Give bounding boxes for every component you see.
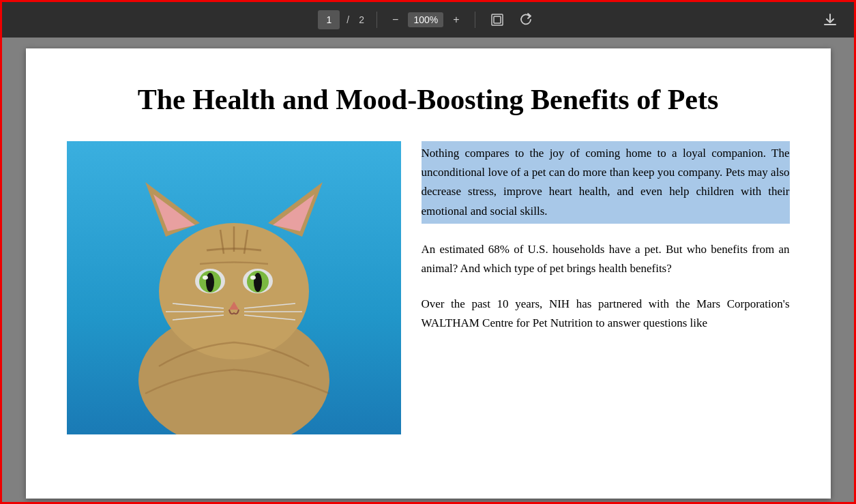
document-title: The Health and Mood-Boosting Benefits of… (67, 83, 790, 117)
divider-2 (475, 12, 475, 28)
toolbar-actions-right (817, 10, 843, 30)
svg-point-14 (254, 273, 262, 292)
zoom-out-button[interactable]: − (387, 11, 404, 29)
fit-page-button[interactable] (485, 10, 510, 29)
paragraph-3: Over the past 10 years, NIH has partnere… (422, 295, 790, 333)
cat-svg (104, 148, 364, 434)
rotate-button[interactable] (514, 10, 538, 29)
pdf-viewport: The Health and Mood-Boosting Benefits of… (2, 38, 854, 504)
highlighted-paragraph: Nothing compares to the joy of coming ho… (422, 141, 790, 223)
svg-rect-1 (494, 16, 501, 23)
divider-1 (377, 12, 377, 28)
fit-page-icon (490, 13, 504, 27)
zoom-level: 100% (408, 12, 443, 27)
toolbar: 1 / 2 − 100% + (2, 2, 854, 38)
total-pages: 2 (356, 14, 367, 25)
page-separator: / (344, 14, 352, 25)
paragraph-2: An estimated 68% of U.S. households have… (422, 240, 790, 278)
svg-point-13 (206, 273, 214, 292)
content-row: Nothing compares to the joy of coming ho… (67, 141, 790, 434)
download-icon (823, 12, 838, 27)
rotate-icon (519, 13, 533, 27)
cat-image (67, 141, 401, 434)
zoom-in-button[interactable]: + (447, 11, 464, 29)
page-number-input[interactable]: 1 (318, 10, 340, 29)
pdf-page: The Health and Mood-Boosting Benefits of… (26, 48, 831, 499)
toolbar-center: 1 / 2 − 100% + (318, 10, 537, 29)
cat-image-container (67, 141, 401, 434)
svg-point-16 (250, 276, 256, 280)
text-column: Nothing compares to the joy of coming ho… (422, 141, 790, 349)
download-button[interactable] (817, 10, 843, 30)
svg-point-15 (203, 276, 208, 280)
